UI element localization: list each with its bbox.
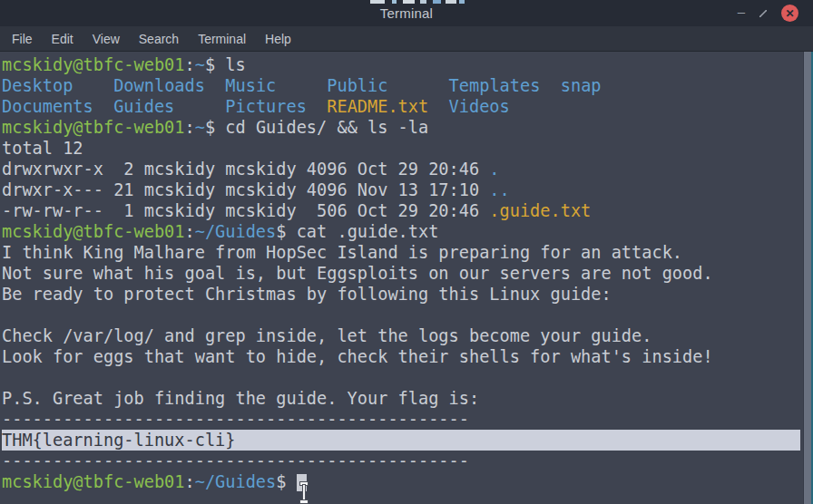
scrollbar-thumb[interactable] bbox=[803, 52, 811, 504]
menu-item-terminal[interactable]: Terminal bbox=[195, 29, 249, 49]
terminal-window: Terminal – ✕ File Edit View Search Termi… bbox=[0, 0, 813, 504]
separator-line: ----------------------------------------… bbox=[2, 451, 800, 471]
guide-text-line: P.S. Great job finding the guide. Your f… bbox=[2, 388, 800, 409]
terminal-text-segment bbox=[307, 97, 327, 116]
terminal-text-segment bbox=[205, 76, 225, 95]
guide-text-line: Be ready to protect Christmas by followi… bbox=[2, 284, 800, 305]
terminal-text-segment: mcskidy@tbfc-web01 bbox=[2, 222, 185, 241]
ls-output-line: Desktop Downloads Music Public Templates… bbox=[2, 75, 800, 96]
prompt-line: mcskidy@tbfc-web01:~$ ls bbox=[2, 54, 800, 75]
terminal-text-segment: drwxrwxr-x 2 mcskidy mcskidy 4096 Oct 29… bbox=[2, 160, 489, 179]
close-button[interactable]: ✕ bbox=[781, 5, 798, 22]
menu-item-edit[interactable]: Edit bbox=[49, 29, 76, 49]
guide-text-line: Not sure what his goal is, but Eggsploit… bbox=[2, 263, 800, 284]
terminal-text-segment: Videos bbox=[449, 97, 510, 116]
terminal-text-segment: mcskidy@tbfc-web01 bbox=[2, 472, 185, 491]
prompt-line: mcskidy@tbfc-web01:~$ cd Guides/ && ls -… bbox=[2, 117, 800, 138]
separator-line: ----------------------------------------… bbox=[2, 409, 800, 430]
terminal-text-segment: .. bbox=[489, 180, 509, 199]
terminal-text-segment: Guides bbox=[113, 97, 174, 116]
terminal-text-segment: $ ls bbox=[205, 55, 246, 74]
ls-la-line: drwxr-x--- 21 mcskidy mcskidy 4096 Nov 1… bbox=[2, 179, 800, 200]
screen-edge-artifact bbox=[403, 0, 415, 4]
blank-line bbox=[2, 305, 800, 325]
terminal-text-segment: total 12 bbox=[2, 139, 83, 158]
scrollbar[interactable] bbox=[802, 52, 811, 504]
terminal-screen[interactable]: mcskidy@tbfc-web01:~$ lsDesktop Download… bbox=[0, 52, 800, 504]
guide-text-line: Check /var/log/ and grep inside, let the… bbox=[2, 325, 800, 346]
terminal-text-segment: P.S. Great job finding the guide. Your f… bbox=[2, 389, 479, 408]
screen-edge-artifact bbox=[370, 0, 385, 4]
terminal-text-segment: Pictures bbox=[225, 97, 307, 116]
terminal-text-segment: snap bbox=[561, 76, 602, 95]
terminal-text-segment bbox=[73, 76, 113, 95]
terminal-text-segment: mcskidy@tbfc-web01 bbox=[2, 55, 185, 74]
terminal-text-segment: ----------------------------------------… bbox=[2, 451, 469, 470]
menu-item-view[interactable]: View bbox=[90, 29, 122, 49]
terminal-text-segment: $ cd Guides/ && ls -la bbox=[205, 118, 428, 137]
terminal-area: mcskidy@tbfc-web01:~$ lsDesktop Download… bbox=[0, 52, 813, 504]
terminal-text-segment: mcskidy@tbfc-web01 bbox=[2, 118, 185, 137]
terminal-text-segment: .guide.txt bbox=[489, 201, 591, 220]
terminal-text-segment bbox=[428, 97, 448, 116]
screen-edge-artifact bbox=[433, 0, 441, 4]
terminal-text-segment: Look for eggs that want to hide, check t… bbox=[2, 347, 713, 366]
terminal-text-segment: README.txt bbox=[327, 97, 428, 116]
titlebar[interactable]: Terminal – ✕ bbox=[0, 0, 813, 26]
terminal-text-segment: drwxr-x--- 21 mcskidy mcskidy 4096 Nov 1… bbox=[2, 180, 489, 199]
screen-edge-artifact bbox=[446, 0, 456, 4]
terminal-text-segment bbox=[276, 76, 327, 95]
selected-flag-line: THM{learning-linux-cli} bbox=[2, 430, 800, 451]
screen-edge-artifact bbox=[392, 0, 397, 4]
terminal-text-segment bbox=[387, 76, 448, 95]
terminal-text-segment: I think King Malhare from HopSec Island … bbox=[2, 243, 682, 262]
terminal-text-segment: : bbox=[185, 472, 195, 491]
mouse-cursor-ibeam bbox=[299, 482, 309, 503]
window-controls: – ✕ bbox=[738, 0, 798, 26]
terminal-text-segment: ~ bbox=[195, 55, 205, 74]
guide-text-line: Look for eggs that want to hide, check t… bbox=[2, 346, 800, 367]
restore-button[interactable] bbox=[757, 7, 769, 20]
terminal-text-segment: Not sure what his goal is, but Eggsploit… bbox=[2, 264, 713, 283]
terminal-text-segment bbox=[93, 97, 113, 116]
close-icon: ✕ bbox=[785, 8, 794, 19]
terminal-text-segment: Be ready to protect Christmas by followi… bbox=[2, 285, 612, 304]
terminal-text-segment bbox=[540, 76, 560, 95]
prompt-line: mcskidy@tbfc-web01:~/Guides$ cat .guide.… bbox=[2, 221, 800, 242]
terminal-text-segment: Documents bbox=[2, 97, 93, 116]
terminal-text-segment: Public bbox=[327, 76, 387, 95]
guide-text-line: I think King Malhare from HopSec Island … bbox=[2, 242, 800, 263]
terminal-text-segment: -rw-rw-r-- 1 mcskidy mcskidy 506 Oct 29 … bbox=[2, 201, 489, 220]
terminal-text-segment: $ cat .guide.txt bbox=[276, 222, 438, 241]
menubar: File Edit View Search Terminal Help bbox=[0, 26, 813, 52]
terminal-text-segment: : bbox=[185, 55, 195, 74]
menu-item-help[interactable]: Help bbox=[262, 29, 294, 49]
terminal-text-segment: ----------------------------------------… bbox=[2, 410, 469, 429]
terminal-text-segment: . bbox=[489, 160, 499, 179]
terminal-text-segment: ~/Guides bbox=[195, 472, 277, 491]
prompt-line: mcskidy@tbfc-web01:~/Guides$ bbox=[2, 471, 800, 492]
terminal-text-segment: Check /var/log/ and grep inside, let the… bbox=[2, 326, 651, 345]
screen-edge-artifact bbox=[420, 0, 426, 4]
ls-output-line: Documents Guides Pictures README.txt Vid… bbox=[2, 96, 800, 117]
terminal-text-segment: : bbox=[185, 118, 195, 137]
terminal-text-segment: ~ bbox=[195, 118, 205, 137]
terminal-text-segment bbox=[174, 97, 225, 116]
terminal-text-segment: $ bbox=[276, 472, 296, 491]
terminal-text-segment: Music bbox=[225, 76, 276, 95]
terminal-text-segment: : bbox=[185, 222, 195, 241]
terminal-text-segment: Downloads bbox=[113, 76, 205, 95]
ls-la-line: drwxrwxr-x 2 mcskidy mcskidy 4096 Oct 29… bbox=[2, 159, 800, 179]
menu-item-file[interactable]: File bbox=[9, 29, 35, 49]
blank-line bbox=[2, 367, 800, 388]
terminal-text-segment: Desktop bbox=[2, 76, 73, 95]
restore-icon bbox=[758, 8, 769, 19]
menu-item-search[interactable]: Search bbox=[136, 29, 181, 49]
terminal-text-segment: ~/Guides bbox=[195, 222, 277, 241]
ls-la-line: -rw-rw-r-- 1 mcskidy mcskidy 506 Oct 29 … bbox=[2, 200, 800, 221]
window-title: Terminal bbox=[380, 5, 433, 21]
minimize-button[interactable]: – bbox=[738, 5, 745, 18]
screen-edge-artifact bbox=[459, 0, 465, 4]
terminal-text-segment: THM{learning-linux-cli} bbox=[2, 431, 235, 450]
ls-total-line: total 12 bbox=[2, 138, 800, 159]
